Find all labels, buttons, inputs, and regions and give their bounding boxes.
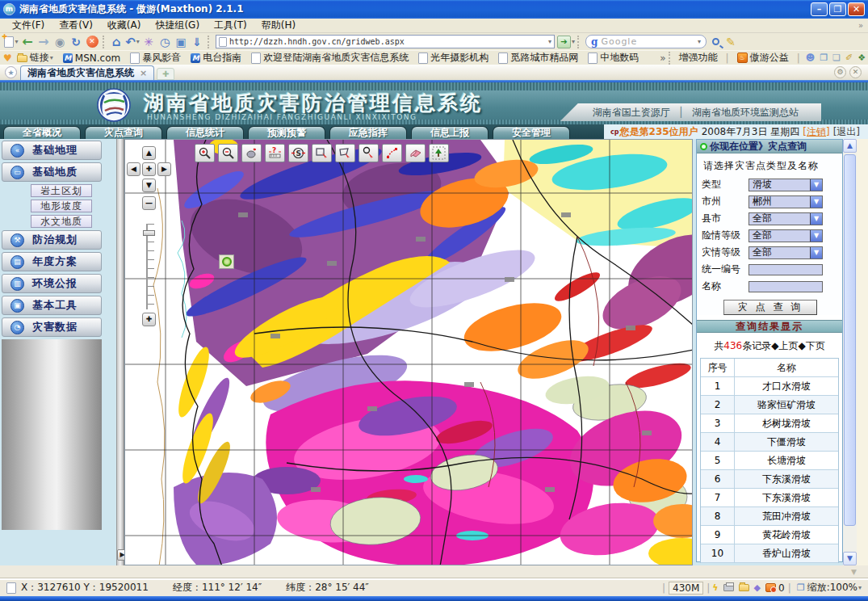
links-overflow-icon[interactable]: » (660, 53, 665, 64)
zoom-slider-handle[interactable] (143, 230, 155, 236)
home-button[interactable]: ⌂ (109, 35, 124, 49)
zoom-dropdown-icon[interactable]: ▾ (858, 584, 862, 591)
scale-button[interactable]: S (288, 144, 308, 162)
table-row[interactable]: 7下东溪滑坡 (701, 489, 838, 507)
panel-splitter[interactable] (116, 139, 124, 565)
user-icon[interactable]: ☻ (806, 53, 815, 63)
chevron-down-icon[interactable]: ▼ (810, 196, 822, 208)
chevron-down-icon[interactable]: ▼ (810, 247, 822, 258)
sidebar-item-prevention-plan[interactable]: ⚒ 防治规划 (2, 230, 102, 250)
tab-info-report[interactable]: 信息上报 (411, 126, 489, 139)
boost-lightning-icon[interactable]: ϟ (712, 582, 718, 593)
magic-fill-icon[interactable]: ✳ (141, 35, 156, 49)
minimize-button[interactable]: – (811, 2, 828, 16)
window-icon[interactable]: ❐ (820, 53, 828, 63)
name-input[interactable] (748, 281, 823, 292)
restore-button[interactable]: ❐ (829, 2, 846, 16)
tab-disaster-query[interactable]: 灾点查询 (85, 126, 162, 139)
menu-favorites[interactable]: 收藏(A) (100, 18, 149, 33)
menu-overflow-icon[interactable]: » (858, 21, 863, 30)
new-tab-button[interactable]: ▾ (4, 35, 19, 49)
status-chevron-icon[interactable]: ▼ (851, 568, 857, 576)
pan-left-button[interactable]: ◀ (127, 162, 140, 176)
favorites-heart-icon[interactable]: ♥ (3, 53, 12, 64)
link-geo-monitor-station[interactable]: 湖南省地质环境监测总站 (684, 106, 807, 120)
sidebar-sub-hydrogeology[interactable]: 水文地质 (31, 215, 92, 228)
scroll-up-icon[interactable]: ▲ (843, 139, 857, 153)
pan-up-button[interactable]: ▲ (142, 146, 156, 160)
printer-icon[interactable] (723, 584, 734, 591)
table-row[interactable]: 8荒田冲滑坡 (701, 507, 838, 526)
link-msn[interactable]: MMSN.com (63, 53, 120, 64)
close-button[interactable]: ✕ (848, 2, 865, 16)
table-row[interactable]: 5长塘滑坡 (701, 452, 838, 470)
tab-star-icon[interactable]: ★ (5, 66, 17, 78)
draw-line-button[interactable] (382, 144, 402, 162)
select-shape-button[interactable] (335, 144, 355, 162)
highlight-icon[interactable]: ✎ (723, 35, 738, 49)
link-radio[interactable]: M电台指南 (191, 51, 241, 65)
search-icon[interactable] (712, 38, 719, 45)
address-input[interactable] (229, 37, 547, 46)
tab-close-icon[interactable]: × (140, 68, 147, 78)
eraser-button[interactable] (405, 144, 426, 162)
zoom-slider-track[interactable] (146, 224, 154, 309)
menu-file[interactable]: 文件(F) (5, 18, 52, 33)
zoom-minus-button[interactable]: — (142, 196, 156, 210)
exit-link[interactable]: [退出] (833, 125, 860, 139)
stop-button[interactable]: ✕ (85, 35, 99, 49)
measure-question-button[interactable]: ? (265, 144, 285, 162)
link-guangnian[interactable]: 光年摄影机构 (418, 51, 489, 65)
geology-map[interactable] (125, 140, 693, 565)
sidebar-item-basic-tools[interactable]: ▣ 基本工具 (2, 296, 102, 315)
query-button[interactable]: 灾 点 查 询 (723, 300, 817, 315)
zoom-level[interactable]: 缩放:100% (807, 581, 858, 595)
zoom-plus-button[interactable]: ✚ (142, 313, 156, 326)
link-zhongdi[interactable]: 中地数码 (588, 51, 639, 65)
tab-security-mgmt[interactable]: 安全管理 (493, 126, 570, 139)
search-box[interactable]: g Google ▾ (585, 35, 707, 48)
prev-page-link[interactable]: ◆上页 (771, 340, 798, 351)
map-location-marker[interactable] (219, 254, 234, 269)
sidebar-item-env-bulletin[interactable]: ▥ 环境公报 (2, 274, 102, 293)
table-row[interactable]: 4下僵滑坡 (701, 433, 838, 452)
paint-icon[interactable]: ✐ (845, 53, 853, 63)
link-welcome[interactable]: 欢迎登陆湖南省地质灾害信息系统 (251, 51, 409, 65)
tab-forecast-warning[interactable]: 预测预警 (248, 126, 325, 139)
maxthon-charity-button[interactable]: ♨傲游公益 (737, 51, 789, 65)
tab-info-statistics[interactable]: 信息统计 (166, 126, 244, 139)
menu-groups[interactable]: 快捷组(G) (148, 18, 207, 33)
sidebar-item-disaster-data[interactable]: ◔ 灾害数据 (2, 317, 102, 337)
history-dropdown-icon[interactable]: ◉ (52, 35, 67, 49)
menu-tools[interactable]: 工具(T) (207, 18, 254, 33)
menu-help[interactable]: 帮助(H) (254, 18, 303, 33)
disaster-level-select[interactable]: 全部▼ (748, 246, 823, 259)
zoom-out-button[interactable] (218, 144, 238, 162)
chevron-down-icon[interactable]: ▼ (810, 179, 822, 191)
history-clock-icon[interactable]: ◷ (157, 35, 172, 49)
logout-link[interactable]: [注销] (803, 125, 829, 139)
go-button[interactable]: ➔ (557, 36, 571, 48)
menu-view[interactable]: 查看(V) (52, 18, 100, 33)
search-dropdown-icon[interactable]: ▾ (698, 38, 701, 45)
pan-right-button[interactable]: ▶ (157, 162, 171, 176)
chevron-down-icon[interactable]: ▼ (810, 213, 822, 225)
refresh-button[interactable]: ↻ (69, 35, 83, 49)
zoom-window-icon[interactable]: ❐ (797, 582, 805, 593)
table-row[interactable]: 1才口水滑坡 (701, 377, 838, 396)
select-rectangle-button[interactable] (312, 144, 332, 162)
new-tab-ghost[interactable]: ✚ (157, 68, 174, 80)
ad-blocker-icon[interactable] (765, 583, 776, 592)
page-scrollbar[interactable]: ▲ ▼ (843, 139, 857, 565)
undo-button[interactable]: ↶▾ (125, 35, 140, 49)
unified-id-input[interactable] (748, 264, 823, 275)
pages-icon[interactable]: ❏ (832, 53, 841, 63)
link-land-resources[interactable]: 湖南省国土资源厅 (585, 106, 678, 120)
type-select[interactable]: 滑坡▼ (748, 179, 823, 191)
chevron-down-icon[interactable]: ▼ (810, 230, 822, 242)
scrollbar-thumb[interactable] (844, 154, 856, 526)
close-all-icon[interactable]: ✕ (849, 66, 862, 78)
address-dropdown-icon[interactable]: ▾ (548, 38, 551, 45)
table-row[interactable]: 9黄花岭滑坡 (701, 526, 838, 544)
sidebar-item-base-geography[interactable]: « 基础地理 (2, 141, 102, 160)
